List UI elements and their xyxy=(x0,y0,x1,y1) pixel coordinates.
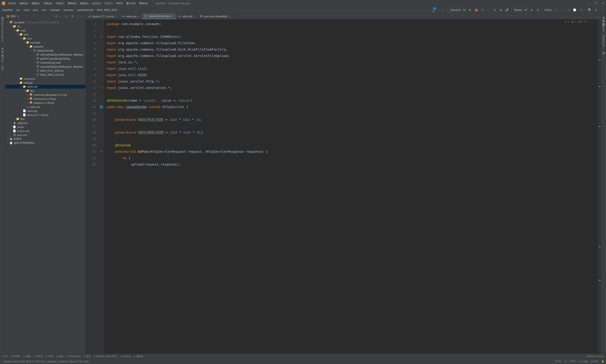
tree-node[interactable]: ▸📦commons-fileupload-1.3.2.jar xyxy=(5,93,85,97)
bottom-tool[interactable]: ▸问题 xyxy=(46,355,53,358)
status-item[interactable]: LF xyxy=(564,360,567,363)
breadcrumb-item[interactable]: src xyxy=(16,9,20,11)
menu-item[interactable]: 运行(U) xyxy=(92,2,101,5)
bottom-tool[interactable]: ▸依赖项 xyxy=(134,355,143,358)
side-tool[interactable]: Maven xyxy=(602,25,605,32)
tree-node[interactable]: ⓕMAX_MEN_SIZE:int xyxy=(5,73,85,77)
menu-item[interactable]: 编辑(E) xyxy=(19,2,28,5)
more-icon[interactable]: ⋯ xyxy=(487,8,491,12)
close-tab-icon[interactable]: × xyxy=(172,15,173,17)
breadcrumb-item[interactable]: UploadServlet xyxy=(77,9,93,11)
editor-tab[interactable]: <>index.jsp× xyxy=(119,13,142,19)
menu-item[interactable]: 帮助(H) xyxy=(139,2,148,5)
close-tab-icon[interactable]: × xyxy=(229,15,230,18)
tree-node[interactable]: ▾📦JavaWebD:\ProjectsFor2024\JavaWeb xyxy=(5,20,85,24)
tree-node[interactable]: ▸📦fastjson-1.2.83.jar xyxy=(5,101,85,105)
bottom-tool[interactable]: ▸构建 xyxy=(24,355,30,358)
status-message[interactable]: Alibaba cloud toolkit 2024.2.1-222-231 i… xyxy=(4,360,555,363)
users-icon[interactable]: 👥▾ xyxy=(433,8,437,12)
menu-item[interactable]: 视图(V) xyxy=(31,2,40,5)
breadcrumb-item[interactable]: java xyxy=(33,9,38,11)
menu-item[interactable]: Git(G) xyxy=(116,2,123,5)
bottom-tool[interactable]: ▸TODO xyxy=(34,355,43,358)
tree-node[interactable]: ▾📁webapp xyxy=(5,81,85,85)
deploy-icon[interactable]: ◆ xyxy=(499,8,503,12)
tree-node[interactable]: ▸📁test xyxy=(5,117,85,121)
bottom-tool[interactable]: ▸CheckStyle xyxy=(67,355,81,358)
bottom-tool[interactable]: ▸Profiler xyxy=(11,355,21,358)
tree-node[interactable]: ▾📁src xyxy=(5,24,85,28)
bottom-tool[interactable]: ▸服务 xyxy=(84,355,91,358)
tree-node[interactable]: ⓜdoPost(HttpServletRequest, HttpServ xyxy=(5,52,85,56)
tree-node[interactable]: ⓜgetFileType(String):String xyxy=(5,56,85,61)
gear-icon[interactable]: ⚙ xyxy=(71,15,75,18)
bottom-tool[interactable]: ▸Codeup xyxy=(120,355,130,358)
breadcrumb-item[interactable]: JavaWeb xyxy=(2,9,13,11)
collapse-icon[interactable]: ⇲ xyxy=(64,15,68,18)
tree-node[interactable]: 📄jquery-3.7.1.min.js xyxy=(5,113,85,117)
debug-icon[interactable]: ⚙ xyxy=(481,8,485,12)
source-code[interactable]: package com.example.javaweb; import com.… xyxy=(104,19,598,354)
tree-node[interactable]: 📄index.jsp xyxy=(5,109,85,113)
lock-icon[interactable]: 🔒 xyxy=(601,360,604,363)
tree-node[interactable]: ▾📁com xyxy=(5,36,85,40)
close-tab-icon[interactable]: × xyxy=(138,15,139,18)
tree-node[interactable]: ▸📋临时文件和控制台 xyxy=(5,141,85,145)
dropdown-icon[interactable]: ▾ xyxy=(17,15,19,18)
editor-tab[interactable]: Ⓜpom.xml (JavaWeb)× xyxy=(198,13,233,19)
side-tool[interactable]: JRebel xyxy=(1,55,4,63)
bottom-tool[interactable]: ▸Alibaba Cloud View xyxy=(94,355,117,358)
tree-node[interactable]: <>web.xml xyxy=(5,105,85,109)
jr-rocket-icon[interactable]: 🚀 xyxy=(505,8,510,12)
bug-icon[interactable]: ⬤ xyxy=(474,8,479,12)
menu-item[interactable]: 文件(F) xyxy=(8,2,16,5)
git-push-icon[interactable]: ↗ xyxy=(566,8,571,12)
menu-item[interactable]: 代码(C) xyxy=(56,2,64,5)
target-icon[interactable]: ⊚ xyxy=(55,15,58,18)
menu-item[interactable]: 构建(B) xyxy=(80,2,89,5)
menu-item[interactable]: 导航(N) xyxy=(43,2,52,5)
settings-icon[interactable]: ⚙ xyxy=(594,8,598,12)
tree-node[interactable]: ◆.gitignore xyxy=(5,121,85,125)
maximize-icon[interactable]: ❐ xyxy=(594,2,597,5)
error-stripe[interactable] xyxy=(598,19,601,354)
pin-icon[interactable]: ↙ xyxy=(441,8,446,12)
breadcrumb-item[interactable]: com xyxy=(41,9,46,11)
side-tool[interactable]: Web xyxy=(1,66,4,71)
status-item[interactable]: 18:55 xyxy=(555,360,561,363)
tree-node[interactable]: 📄mvnw.cmd xyxy=(5,129,85,133)
rocket-icon[interactable]: ⬆ xyxy=(493,8,497,12)
jrebel-select[interactable]: JRebel xyxy=(511,8,528,12)
menu-item[interactable]: 工具(T) xyxy=(104,2,112,5)
stop-icon[interactable]: ■ xyxy=(529,8,534,12)
tree-node[interactable]: ▸📚外部库 xyxy=(5,137,85,141)
tree-node[interactable]: ▾📁example xyxy=(5,40,85,44)
side-tool[interactable]: Alibaba Cloud Explorer xyxy=(1,18,4,42)
tree-node[interactable]: ▾📁libs xyxy=(5,89,85,93)
minimize-icon[interactable]: ─ xyxy=(588,2,590,5)
editor-tab[interactable]: <>web.xml× xyxy=(176,13,198,19)
jrebel-console[interactable]: JRebel Console xyxy=(587,355,604,358)
tabs-overflow-icon[interactable]: ⋮ xyxy=(594,16,601,19)
tree-node[interactable]: Ⓜpom.xml xyxy=(5,133,85,137)
git-commit-icon[interactable]: ✓ xyxy=(560,8,565,12)
close-icon[interactable]: ✕ xyxy=(602,2,604,5)
close-tab-icon[interactable]: × xyxy=(115,15,117,18)
run-config-select[interactable]: Tomcat 8 xyxy=(448,8,466,12)
git-update-icon[interactable]: ↙ xyxy=(554,8,558,12)
git-history-icon[interactable]: 🕐 xyxy=(573,8,577,12)
bottom-tool[interactable]: ▸Git xyxy=(2,355,8,358)
tree-node[interactable]: ⓜmkdir(String):void xyxy=(5,61,85,65)
tree-node[interactable]: ▸📦commons-io-2.5.jar xyxy=(5,97,85,101)
run-icon[interactable]: ▶ xyxy=(468,8,472,12)
tree-node[interactable]: ▾ⒸUploadServlet xyxy=(5,49,85,52)
menu-item[interactable]: 重构(R) xyxy=(68,2,77,5)
tree-node[interactable]: ▾📁WEB-INF xyxy=(5,85,85,89)
bottom-tool[interactable]: ▸终端 xyxy=(56,355,63,358)
tree-node[interactable]: ⓜupload(HttpServletRequest, HttpServ xyxy=(5,65,85,69)
tree-node[interactable]: ▾📁main xyxy=(5,28,85,32)
tree-node[interactable]: ▾📁javaweb xyxy=(5,44,85,49)
git-rollback-icon[interactable]: ↺ xyxy=(579,8,583,12)
expand-icon[interactable]: ↕ xyxy=(60,15,63,18)
more-v-icon[interactable]: ⋮ xyxy=(76,15,79,18)
